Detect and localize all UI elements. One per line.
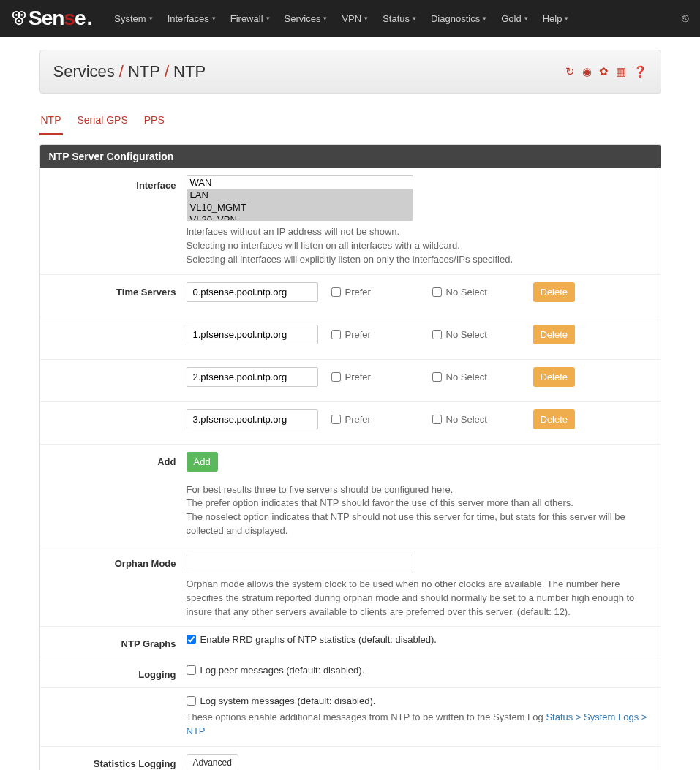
brand-dot: . — [87, 7, 93, 30]
opt-wan[interactable]: WAN — [187, 176, 413, 189]
chevron-down-icon: ▾ — [364, 15, 368, 22]
tab-ntp[interactable]: NTP — [39, 110, 63, 135]
prefer-label: Prefer — [345, 287, 371, 298]
breadcrumb: Services / NTP / NTP — [53, 62, 206, 81]
svg-point-4 — [20, 14, 23, 16]
add-button[interactable]: Add — [187, 452, 218, 472]
timeserver-row: Prefer No Select Delete — [187, 282, 650, 302]
opt-vl10[interactable]: VL10_MGMT — [187, 201, 413, 214]
stop-icon[interactable]: ◉ — [582, 65, 592, 78]
timeserver-row: Prefer No Select Delete — [187, 367, 650, 387]
noselect-label: No Select — [446, 414, 487, 425]
brand-logo-icon — [11, 10, 27, 26]
chevron-down-icon: ▾ — [524, 15, 528, 22]
chevron-down-icon: ▾ — [483, 15, 486, 22]
log-peer-label: Log peer messages (default: disabled). — [200, 665, 365, 676]
prefer-checkbox-0[interactable] — [331, 287, 341, 297]
svg-point-3 — [15, 14, 18, 16]
help-icon[interactable]: ❓ — [633, 65, 647, 78]
noselect-label: No Select — [446, 371, 487, 382]
brand-text: Sense — [29, 7, 86, 30]
gear-icon[interactable]: ✿ — [599, 65, 609, 78]
timeserver-input-3[interactable] — [187, 409, 318, 429]
breadcrumb-sep: / — [165, 62, 169, 81]
list-icon[interactable]: ▦ — [616, 65, 626, 78]
graphs-checkbox[interactable] — [187, 635, 196, 644]
noselect-label: No Select — [446, 287, 487, 298]
crumb-services[interactable]: Services — [53, 62, 115, 81]
delete-button-2[interactable]: Delete — [533, 367, 576, 387]
timeserver-input-0[interactable] — [187, 282, 318, 302]
noselect-checkbox-1[interactable] — [432, 330, 442, 339]
nav-diagnostics[interactable]: Diagnostics▾ — [424, 2, 494, 35]
interface-help: Interfaces without an IP address will no… — [187, 225, 650, 267]
prefer-checkbox-3[interactable] — [331, 415, 341, 424]
crumb-ntp-2: NTP — [173, 62, 206, 81]
panel-ntp-config: NTP Server Configuration Interface WAN L… — [39, 144, 661, 770]
noselect-checkbox-0[interactable] — [432, 287, 442, 297]
tabs: NTP Serial GPS PPS — [39, 110, 661, 135]
graphs-cb-label: Enable RRD graphs of NTP statistics (def… — [200, 634, 437, 645]
breadcrumb-actions: ↻ ◉ ✿ ▦ ❓ — [565, 65, 647, 78]
nav-gold[interactable]: Gold▾ — [494, 2, 535, 35]
timeserver-input-1[interactable] — [187, 325, 318, 344]
label-timeservers: Time Servers — [40, 282, 187, 309]
orphan-help: Orphan mode allows the system clock to b… — [187, 578, 650, 619]
logout-icon[interactable]: ⎋ — [682, 12, 689, 25]
statslog-advanced-button[interactable]: Advanced — [187, 754, 238, 770]
chevron-down-icon: ▾ — [149, 15, 153, 22]
delete-button-1[interactable]: Delete — [533, 325, 576, 344]
prefer-checkbox-1[interactable] — [331, 330, 341, 339]
tab-pps[interactable]: PPS — [143, 110, 166, 135]
opt-lan[interactable]: LAN — [187, 189, 413, 201]
nav-system[interactable]: System▾ — [107, 2, 159, 35]
add-help: For best results three to five servers s… — [187, 483, 650, 538]
nav-vpn[interactable]: VPN▾ — [334, 2, 375, 35]
breadcrumb-bar: Services / NTP / NTP ↻ ◉ ✿ ▦ ❓ — [39, 50, 661, 94]
prefer-checkbox-2[interactable] — [331, 372, 341, 382]
opt-vl20[interactable]: VL20_VPN — [187, 214, 413, 221]
label-logging: Logging — [40, 665, 187, 680]
label-graphs: NTP Graphs — [40, 634, 187, 649]
svg-point-5 — [18, 20, 20, 22]
panel-title: NTP Server Configuration — [40, 145, 661, 168]
delete-button-3[interactable]: Delete — [533, 409, 576, 429]
prefer-label: Prefer — [345, 371, 371, 382]
timeserver-row: Prefer No Select Delete — [187, 409, 650, 429]
crumb-ntp-1[interactable]: NTP — [128, 62, 160, 81]
tab-serial-gps[interactable]: Serial GPS — [76, 110, 129, 135]
interface-select[interactable]: WAN LAN VL10_MGMT VL20_VPN — [187, 175, 413, 221]
timeserver-input-2[interactable] — [187, 367, 318, 387]
brand[interactable]: Sense. — [11, 7, 92, 30]
orphan-input[interactable] — [187, 554, 413, 573]
timeserver-row: Prefer No Select Delete — [187, 325, 650, 344]
log-sys-label: Log system messages (default: disabled). — [200, 695, 376, 706]
nav-status[interactable]: Status▾ — [375, 2, 424, 35]
label-interface: Interface — [40, 175, 187, 267]
breadcrumb-sep: / — [119, 62, 124, 81]
noselect-checkbox-3[interactable] — [432, 415, 442, 424]
chevron-down-icon: ▾ — [413, 15, 416, 22]
nav-firewall[interactable]: Firewall▾ — [223, 2, 277, 35]
label-statslog: Statistics Logging — [40, 754, 187, 770]
label-add: Add — [40, 452, 187, 538]
noselect-checkbox-2[interactable] — [432, 372, 442, 382]
prefer-label: Prefer — [345, 329, 371, 340]
nav-help[interactable]: Help▾ — [535, 2, 576, 35]
chevron-down-icon: ▾ — [565, 15, 568, 22]
nav-interfaces[interactable]: Interfaces▾ — [160, 2, 223, 35]
restart-icon[interactable]: ↻ — [565, 65, 575, 78]
chevron-down-icon: ▾ — [266, 15, 270, 22]
label-orphan: Orphan Mode — [40, 554, 187, 619]
log-peer-checkbox[interactable] — [187, 665, 196, 675]
chevron-down-icon: ▾ — [323, 15, 327, 22]
delete-button-0[interactable]: Delete — [533, 282, 576, 302]
noselect-label: No Select — [446, 329, 487, 340]
chevron-down-icon: ▾ — [212, 15, 216, 22]
prefer-label: Prefer — [345, 414, 371, 425]
logging-help: These options enable additional messages… — [187, 711, 650, 739]
top-navbar: Sense. System▾ Interfaces▾ Firewall▾ Ser… — [0, 0, 700, 37]
nav-menu: System▾ Interfaces▾ Firewall▾ Services▾ … — [107, 2, 576, 35]
nav-services[interactable]: Services▾ — [277, 2, 335, 35]
log-sys-checkbox[interactable] — [187, 696, 196, 706]
